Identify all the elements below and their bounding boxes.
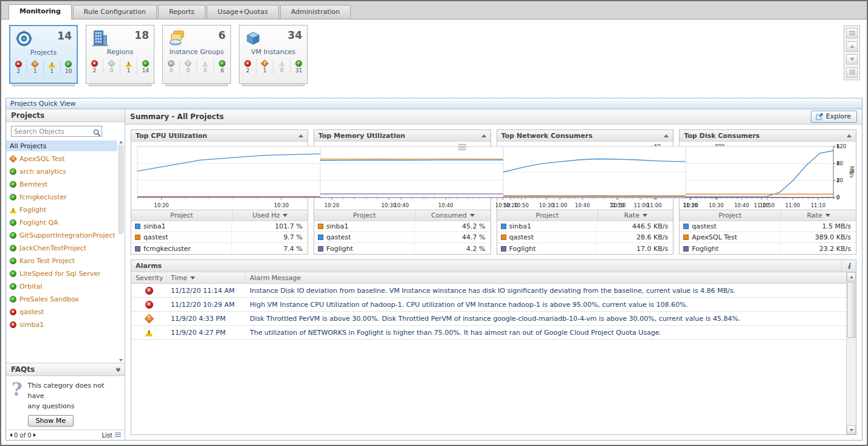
- status-normal-count[interactable]: ✓14: [137, 59, 154, 74]
- project-item-gitsupportintegrationproject[interactable]: ✓GitSupportIntegrationProject: [6, 229, 117, 242]
- legend-row-fcmgkecluster[interactable]: fcmgkecluster7.4 %: [131, 243, 308, 254]
- tab-usage-quotas[interactable]: Usage+Quotas: [207, 5, 279, 19]
- value-column-header[interactable]: Rate: [781, 210, 856, 221]
- project-item-bemtest[interactable]: ✓Bemtest: [6, 178, 117, 191]
- tab-reports[interactable]: Reports: [158, 5, 205, 19]
- scrollbar-thumb[interactable]: [119, 145, 123, 234]
- tile-scroll-up-button[interactable]: [846, 41, 858, 52]
- alarm-row[interactable]: !11/9/20 4:33 PMDisk Throttled PerVM is …: [131, 312, 846, 326]
- alarms-scrollbar[interactable]: [846, 272, 856, 434]
- tile-scroll-down-button[interactable]: [846, 54, 858, 64]
- project-item-simba1[interactable]: ×simba1: [6, 318, 117, 331]
- column-header-severity[interactable]: Severity: [131, 272, 167, 283]
- project-item-litespeed-for-sql-server[interactable]: ✓LiteSpeed for Sql Server: [6, 267, 117, 280]
- status-fatal-count[interactable]: ×2: [10, 60, 27, 75]
- project-item-label: Karo Test Project: [19, 257, 75, 265]
- faq-list-button[interactable]: List: [102, 432, 121, 439]
- tile-projects[interactable]: 14Projects×2!1!1✓10: [9, 25, 78, 96]
- fatal-status-icon: ×: [10, 309, 16, 315]
- status-warning-count[interactable]: !0: [273, 59, 290, 74]
- project-item-foglight[interactable]: !Foglight: [6, 204, 117, 216]
- status-fatal-count[interactable]: ×2: [86, 59, 103, 74]
- show-me-button[interactable]: Show Me: [28, 415, 74, 427]
- search-input[interactable]: [11, 126, 102, 137]
- scroll-up-button[interactable]: [847, 272, 856, 281]
- status-critical-count[interactable]: !0: [179, 59, 196, 74]
- info-icon[interactable]: i: [841, 260, 856, 272]
- status-warning-count[interactable]: !1: [43, 60, 60, 75]
- status-critical-count[interactable]: !0: [103, 59, 120, 74]
- chart-title: Top Network Consumers: [501, 132, 593, 140]
- status-normal-count[interactable]: ✓31: [290, 59, 307, 74]
- legend-row-qastest[interactable]: qastest9.7 %: [131, 232, 308, 243]
- status-critical-count[interactable]: !1: [27, 60, 44, 75]
- svg-text:10:40: 10:40: [438, 202, 453, 208]
- tab-administration[interactable]: Administration: [280, 5, 351, 19]
- status-fatal-count[interactable]: ×2: [239, 59, 256, 74]
- chevron-down-icon: [850, 429, 853, 431]
- status-normal-count[interactable]: ✓6: [213, 59, 230, 74]
- status-warning-count[interactable]: !0: [196, 59, 213, 74]
- tile-menu-button[interactable]: [846, 28, 858, 38]
- scroll-down-button[interactable]: [847, 425, 856, 434]
- alarm-row[interactable]: ×11/12/20 11:14 AMInstance Disk IO devia…: [131, 284, 846, 298]
- status-fatal-count[interactable]: ×0: [163, 59, 179, 74]
- scroll-up-icon[interactable]: [119, 141, 123, 143]
- legend-row-apexsql-test[interactable]: ApexSQL Test389.0 KB/s: [680, 232, 856, 243]
- legend-row-foglight[interactable]: Foglight4.2 %: [314, 243, 491, 254]
- value-column-header[interactable]: Rate: [598, 210, 673, 221]
- pager-prev-icon[interactable]: [10, 433, 12, 437]
- tile-vm-instances[interactable]: 34VM Instances×2!1!0✓31: [239, 25, 308, 96]
- project-item-fcmgkecluster[interactable]: ✓fcmgkecluster: [6, 191, 117, 204]
- legend-row-sinba1[interactable]: sinba145.2 %: [314, 221, 491, 232]
- collapse-icon[interactable]: [664, 134, 669, 137]
- legend-row-qastest[interactable]: qastest28.6 KB/s: [497, 232, 673, 243]
- alarm-row[interactable]: ×11/12/20 10:29 AMHigh VM Instance CPU U…: [131, 298, 846, 312]
- legend-row-foglight[interactable]: Foglight17.0 KB/s: [497, 243, 673, 254]
- project-column-header: Project: [680, 210, 781, 221]
- project-list-scrollbar[interactable]: [118, 141, 124, 362]
- legend-row-qastest[interactable]: qastest1.5 MB/s: [680, 221, 856, 232]
- project-item-orbital[interactable]: ✓Orbital: [6, 280, 117, 293]
- legend-row-foglight[interactable]: Foglight23.2 KB/s: [680, 243, 856, 254]
- project-item-foglight-qa[interactable]: ✓Foglight QA: [6, 216, 117, 229]
- tile-regions[interactable]: 18Regions×2!0!1✓14: [86, 25, 154, 96]
- tile-instance-groups[interactable]: 6Instance Groups×0!0!0✓6: [162, 25, 231, 96]
- project-item-arch-analytics[interactable]: ✓arch analytics: [6, 165, 117, 178]
- legend-row-qastest[interactable]: qastest44.7 %: [314, 232, 491, 243]
- status-critical-count[interactable]: !1: [256, 59, 273, 74]
- alarm-row[interactable]: !11/9/20 4:27 PMThe utilization of NETWO…: [131, 326, 846, 340]
- fatal-status-icon: ×: [15, 61, 22, 67]
- search-icon[interactable]: [93, 129, 101, 137]
- collapse-icon[interactable]: [298, 134, 303, 137]
- collapse-icon[interactable]: [481, 134, 486, 137]
- project-item-presales-sandbox[interactable]: ✓PreSales Sandbox: [6, 293, 117, 306]
- explore-button[interactable]: Explore: [811, 111, 857, 123]
- value-column-header[interactable]: Consumed: [416, 210, 491, 221]
- project-item-qastest[interactable]: ×qastest: [6, 306, 117, 318]
- tab-rule-configuration[interactable]: Rule Configuration: [73, 5, 157, 19]
- column-header-time[interactable]: Time: [167, 272, 246, 283]
- tab-monitoring[interactable]: Monitoring: [9, 4, 72, 19]
- pager-next-icon[interactable]: [33, 433, 36, 437]
- chart-top-disk-consumers: 024610:2010:3010:4010:5011:0011:10MB/s: [680, 142, 856, 210]
- chart-options-icon[interactable]: [458, 144, 466, 150]
- value-column-header[interactable]: Used Hz: [233, 210, 308, 221]
- collapse-icon[interactable]: [847, 134, 852, 137]
- project-item-karo-test-project[interactable]: ✓Karo Test Project: [6, 255, 117, 267]
- scrollbar-thumb[interactable]: [847, 282, 855, 338]
- faqts-collapse-button[interactable]: [117, 367, 120, 371]
- normal-status-icon: ✓: [295, 60, 302, 67]
- scroll-down-icon[interactable]: [119, 359, 123, 362]
- legend-row-sinba1[interactable]: sinba1101.7 %: [131, 221, 308, 232]
- all-projects-item[interactable]: All Projects: [6, 140, 117, 151]
- project-item-apexsql-test[interactable]: !ApexSQL Test: [6, 153, 117, 165]
- legend-row-sinba1[interactable]: sinba1446.5 KB/s: [497, 221, 673, 232]
- column-header-alarm-message[interactable]: Alarm Message: [246, 272, 846, 283]
- tile-list-button[interactable]: [846, 67, 858, 78]
- chart-top-memory-utilization: 020406010:2010:3010:4010:5011:0011:10%: [314, 142, 491, 210]
- svg-text:10:30: 10:30: [274, 202, 289, 208]
- status-normal-count[interactable]: ✓10: [60, 60, 77, 75]
- project-item-jackchentestproject[interactable]: ✓JackChenTestProject: [6, 242, 117, 255]
- status-warning-count[interactable]: !1: [120, 59, 137, 74]
